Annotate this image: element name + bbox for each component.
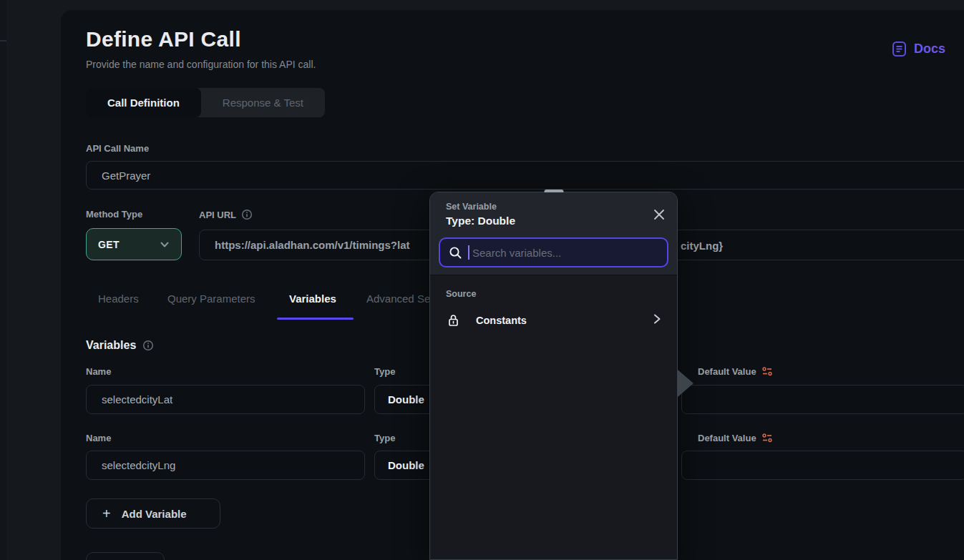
chevron-right-icon	[651, 313, 663, 328]
close-icon[interactable]	[653, 208, 666, 221]
page-title: Define API Call	[86, 27, 241, 51]
variable-default-value-input[interactable]	[681, 451, 964, 480]
popup-anchor-arrow	[678, 370, 693, 397]
tab-call-definition[interactable]: Call Definition	[86, 88, 201, 117]
variable-search-box[interactable]	[439, 237, 668, 267]
variable-default-value-input[interactable]	[681, 385, 964, 414]
tab-variables[interactable]: Variables	[289, 293, 336, 305]
method-type-value: GET	[98, 239, 120, 250]
active-tab-underline	[277, 318, 354, 320]
api-call-name-label: API Call Name	[86, 143, 149, 154]
name-column-label: Name	[86, 366, 111, 377]
popup-title: Type: Double	[446, 215, 515, 227]
type-column-label: Type	[374, 433, 395, 443]
tab-query-parameters[interactable]: Query Parameters	[167, 293, 255, 305]
info-icon	[241, 209, 253, 220]
popup-kicker: Set Variable	[446, 202, 497, 212]
api-url-label: API URL	[199, 209, 253, 220]
docs-button[interactable]: Docs	[892, 41, 945, 57]
docs-label: Docs	[914, 41, 945, 57]
chevron-down-icon	[158, 238, 171, 251]
search-icon	[449, 246, 462, 260]
method-type-select[interactable]: GET	[86, 228, 182, 260]
tab-response-test[interactable]: Response & Test	[201, 88, 325, 117]
api-url-label-text: API URL	[199, 210, 236, 220]
type-column-label: Type	[374, 366, 395, 377]
variable-name-input[interactable]	[86, 385, 365, 414]
define-api-call-screen: Define API Call Provide the name and con…	[0, 0, 964, 560]
default-value-column-label: Default Value	[698, 433, 773, 443]
default-value-label-text: Default Value	[698, 366, 756, 377]
sliders-icon[interactable]	[761, 366, 773, 377]
page-subtitle: Provide the name and configuration for t…	[86, 59, 316, 70]
lock-icon	[447, 313, 460, 328]
variables-heading: Variables	[86, 339, 154, 352]
api-call-name-input[interactable]	[86, 161, 964, 190]
text-cursor	[468, 245, 469, 260]
partial-bottom-button[interactable]	[86, 552, 165, 560]
popup-header: Set Variable Type: Double	[430, 192, 677, 275]
method-type-label: Method Type	[86, 209, 142, 220]
variables-heading-text: Variables	[86, 339, 136, 352]
background-left-divider	[0, 40, 6, 41]
api-url-value-start: https://api.aladhan.com/v1/timings?lat	[215, 239, 410, 251]
variable-search-input[interactable]	[471, 246, 658, 260]
docs-icon	[892, 41, 907, 57]
plus-icon: +	[102, 506, 111, 521]
tab-headers[interactable]: Headers	[98, 293, 139, 305]
default-value-column-label: Default Value	[698, 366, 773, 377]
source-item-label: Constants	[476, 315, 527, 326]
default-value-label-text: Default Value	[698, 433, 756, 443]
add-variable-label: Add Variable	[122, 508, 187, 520]
variable-type-value: Double	[388, 459, 424, 471]
add-variable-button[interactable]: + Add Variable	[86, 498, 220, 529]
variable-name-input[interactable]	[86, 451, 365, 480]
source-section-label: Source	[446, 289, 476, 299]
background-left-strip	[0, 0, 6, 560]
api-url-value-end: cityLng}	[681, 230, 723, 261]
set-variable-popup: Set Variable Type: Double Source Constan…	[429, 192, 678, 560]
view-tab-bar: Call Definition Response & Test	[86, 88, 325, 117]
sliders-icon[interactable]	[761, 433, 773, 443]
source-item-constants[interactable]: Constants	[439, 307, 668, 334]
info-icon	[142, 340, 154, 351]
variable-type-value: Double	[388, 393, 424, 406]
name-column-label: Name	[86, 433, 111, 443]
